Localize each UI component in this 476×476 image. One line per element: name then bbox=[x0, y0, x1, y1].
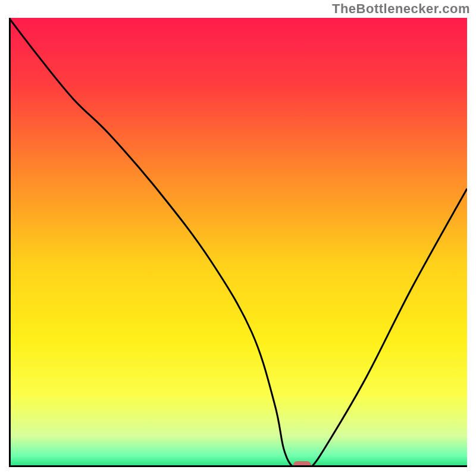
attribution-label: TheBottlenecker.com bbox=[332, 1, 470, 17]
bottleneck-chart bbox=[9, 18, 467, 467]
chart-container: TheBottlenecker.com bbox=[0, 0, 476, 476]
chart-background bbox=[9, 18, 467, 467]
